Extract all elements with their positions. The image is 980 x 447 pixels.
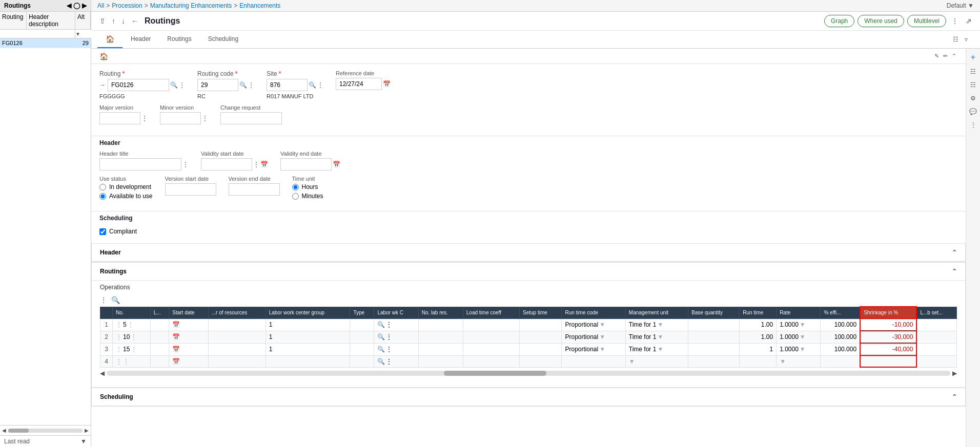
radio-available[interactable]: Available to use: [99, 193, 153, 200]
ref-date-input[interactable]: [336, 78, 382, 90]
header-title-more[interactable]: ⋮: [182, 161, 189, 168]
breadcrumb-all[interactable]: All: [97, 2, 104, 9]
routing-subtext: FGGGGG: [99, 93, 185, 99]
minor-version-more[interactable]: ⋮: [202, 115, 208, 122]
header-fields-section: Header title ⋮ Validity start date ⋮ 📅: [91, 148, 966, 211]
radio-hours[interactable]: Hours: [292, 183, 323, 190]
nav-down-btn[interactable]: ↓: [119, 16, 127, 26]
table-row[interactable]: 3⋮15⋮📅1🔍⋮Proportional▼Time for 1▼11.0000…: [100, 343, 957, 355]
collapse-icon[interactable]: ⌃: [951, 52, 957, 60]
routing-code-more-icon[interactable]: ⋮: [248, 81, 254, 89]
sidebar-filter-routing[interactable]: [0, 30, 75, 38]
expand-btn[interactable]: ⇗: [964, 16, 974, 26]
tab-home[interactable]: 🏠: [97, 31, 122, 48]
validity-start-wrap: ⋮ 📅: [201, 158, 268, 171]
sidebar-scroll-right[interactable]: ▶: [85, 428, 89, 433]
header-collapsible-header[interactable]: Header ⌃: [92, 244, 965, 262]
nav-prev-btn[interactable]: ←: [129, 16, 140, 26]
cell-start-date[interactable]: 📅: [169, 355, 208, 367]
site-input[interactable]: [267, 79, 308, 91]
cell-type: [350, 331, 374, 343]
radio-hours-input[interactable]: [292, 184, 299, 190]
routing-search-icon[interactable]: 🔍: [170, 81, 178, 89]
cell-run-time: [740, 355, 777, 367]
change-request-input[interactable]: [220, 112, 282, 124]
validity-start-input[interactable]: [201, 158, 252, 171]
ref-date-calendar-icon[interactable]: 📅: [383, 80, 391, 88]
nav-up-btn[interactable]: ↑: [110, 16, 117, 26]
rt-chat-btn[interactable]: 💬: [967, 106, 979, 117]
table-row[interactable]: 4⋮⋮📅🔍⋮▼▼: [100, 355, 957, 367]
major-version-more[interactable]: ⋮: [141, 115, 148, 122]
table-row[interactable]: 2⋮10⋮📅1🔍⋮Proportional▼Time for 1▼1.001.0…: [100, 331, 957, 343]
cell-efficiency: 100.000: [821, 331, 860, 343]
tab-expand-icon[interactable]: ▿: [963, 35, 970, 44]
version-end-input[interactable]: [229, 183, 280, 196]
table-scroll-right[interactable]: ▶: [952, 370, 957, 377]
tab-scheduling[interactable]: Scheduling: [200, 31, 247, 48]
site-search-icon[interactable]: 🔍: [309, 81, 316, 89]
table-row[interactable]: 1⋮5⋮📅1🔍⋮Proportional▼Time for 1▼1.001.00…: [100, 318, 957, 331]
table-search-btn[interactable]: 🔍: [111, 296, 120, 304]
site-more-icon[interactable]: ⋮: [317, 81, 323, 89]
breadcrumb-procession[interactable]: Procession: [112, 2, 142, 9]
table-scroll-container[interactable]: No. L... Start date ...r of resources La…: [100, 306, 957, 368]
scheduling-collapsible-header[interactable]: Scheduling ⌃: [92, 388, 965, 406]
more-options-btn[interactable]: ⋮: [949, 16, 961, 26]
table-scroll-area[interactable]: ◀ ▶: [100, 368, 957, 379]
rt-filter-btn[interactable]: ☷: [968, 79, 978, 91]
multilevel-button[interactable]: Multilevel: [907, 15, 946, 27]
pencil-icon[interactable]: ✎: [933, 52, 940, 60]
rt-settings-btn[interactable]: ⚙: [968, 93, 978, 104]
table-scroll-left[interactable]: ◀: [100, 370, 105, 377]
graph-button[interactable]: Graph: [824, 15, 854, 27]
sidebar-icon-right[interactable]: ▶: [82, 2, 87, 9]
routings-collapsible-header[interactable]: Routings ⌃: [92, 263, 965, 281]
cell-start-date[interactable]: 📅: [169, 331, 208, 343]
tab-grid-icon[interactable]: ☷: [951, 35, 961, 44]
validity-start-more[interactable]: ⋮: [253, 161, 259, 168]
nav-up-top-btn[interactable]: ⇧: [97, 16, 108, 26]
tab-header[interactable]: Header: [122, 31, 159, 48]
minor-version-input[interactable]: [160, 112, 201, 124]
validity-start-calendar[interactable]: 📅: [260, 161, 268, 168]
compliant-checkbox[interactable]: [99, 228, 106, 235]
where-used-button[interactable]: Where used: [858, 15, 904, 27]
breadcrumb-manufacturing[interactable]: Manufacturing Enhancements: [150, 2, 232, 9]
radio-minutes-input[interactable]: [292, 193, 299, 200]
sidebar-expand-icon[interactable]: ▼: [80, 438, 87, 445]
sidebar-scroll-left[interactable]: ◀: [2, 428, 6, 433]
radio-minutes[interactable]: Minutes: [292, 193, 323, 200]
header-title-input[interactable]: [99, 158, 181, 171]
sidebar-icon-left[interactable]: ◀: [67, 2, 71, 9]
sidebar-scrollbar[interactable]: ◀ ▶: [0, 425, 91, 435]
rt-grid-btn[interactable]: ☷: [968, 66, 978, 77]
cell-start-date[interactable]: 📅: [169, 343, 208, 355]
edit-icon[interactable]: ✏: [942, 52, 949, 60]
default-label[interactable]: Default ▼: [947, 2, 974, 9]
radio-in-development-input[interactable]: [99, 184, 106, 190]
radio-available-input[interactable]: [99, 193, 106, 200]
routing-field: Routing * → 🔍 ⋮ FGGGGG: [99, 70, 185, 99]
table-menu-btn[interactable]: ⋮: [100, 296, 107, 304]
cell-load-time: [463, 331, 519, 343]
breadcrumb-enhancements[interactable]: Enhancements: [239, 2, 280, 9]
major-version-input[interactable]: [99, 112, 140, 124]
operations-table: No. L... Start date ...r of resources La…: [100, 306, 957, 368]
tab-routings[interactable]: Routings: [159, 31, 199, 48]
breadcrumb: All > Procession > Manufacturing Enhance…: [97, 2, 280, 9]
radio-in-development[interactable]: In development: [99, 183, 153, 190]
validity-end-input[interactable]: [280, 158, 332, 171]
sidebar-data-row[interactable]: FG0126 29: [0, 38, 91, 48]
site-sub: R017 MANUF LTD: [267, 93, 323, 99]
rt-more-btn[interactable]: ⋮: [968, 119, 978, 131]
cell-start-date[interactable]: 📅: [169, 318, 208, 331]
rt-add-btn[interactable]: +: [969, 51, 977, 64]
validity-end-calendar[interactable]: 📅: [333, 161, 340, 168]
routing-code-input[interactable]: [197, 79, 238, 91]
routing-code-search-icon[interactable]: 🔍: [239, 81, 247, 89]
routing-more-icon[interactable]: ⋮: [179, 81, 185, 89]
version-start-input[interactable]: [165, 183, 216, 196]
sidebar-icon-circle[interactable]: ◯: [73, 2, 80, 9]
routing-input[interactable]: [108, 79, 169, 91]
